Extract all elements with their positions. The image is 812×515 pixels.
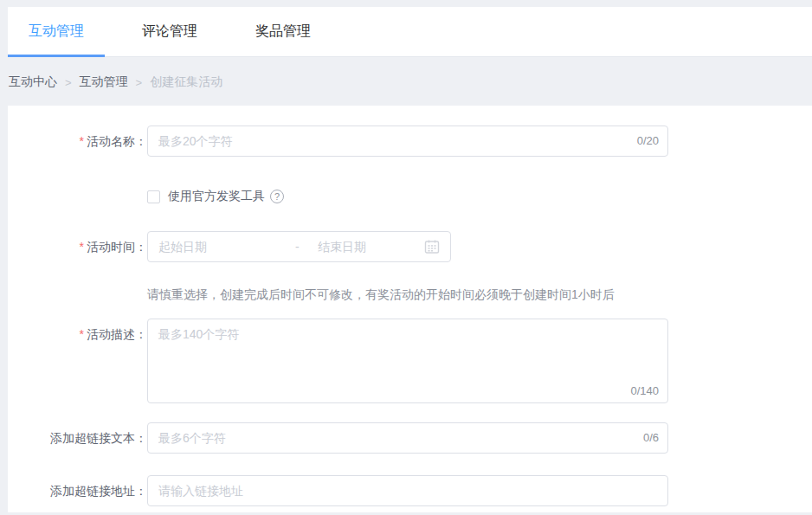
tab-comment-management[interactable]: 评论管理 (121, 7, 218, 56)
hyperlink-url-row: 添加超链接地址： (8, 475, 812, 506)
calendar-icon[interactable] (424, 239, 440, 254)
hyperlink-url-label-text: 添加超链接地址： (50, 484, 147, 498)
activity-time-row: *活动时间： - (8, 231, 812, 262)
activity-time-hint: 请慎重选择，创建完成后时间不可修改，有奖活动的开始时间必须晚于创建时间1小时后 (147, 286, 812, 303)
activity-description-textarea[interactable] (147, 319, 668, 403)
hyperlink-text-input[interactable] (147, 422, 668, 454)
date-range-separator: - (295, 240, 318, 254)
breadcrumb-separator-icon: > (136, 76, 143, 89)
activity-name-label: *活动名称： (8, 126, 147, 157)
hyperlink-text-label-text: 添加超链接文本： (50, 431, 147, 445)
create-activity-form: *活动名称： 0/20 使用官方发奖工具 ? *活动时间： - (8, 106, 812, 512)
breadcrumb-separator-icon: > (65, 76, 72, 89)
required-asterisk: * (80, 134, 84, 148)
official-tool-row: 使用官方发奖工具 ? (147, 188, 812, 205)
activity-name-input[interactable] (147, 126, 668, 157)
required-asterisk: * (80, 240, 84, 254)
breadcrumb-item-interaction-management[interactable]: 互动管理 (80, 74, 128, 90)
tab-prize-management[interactable]: 奖品管理 (235, 7, 332, 56)
date-range-picker[interactable]: - (147, 231, 451, 262)
top-tab-bar: 互动管理 评论管理 奖品管理 (8, 7, 812, 57)
activity-name-row: *活动名称： 0/20 (8, 126, 812, 157)
breadcrumb-item-create-activity: 创建征集活动 (150, 74, 222, 90)
activity-description-label-text: 活动描述： (87, 327, 147, 341)
activity-description-label: *活动描述： (8, 319, 147, 350)
help-question-icon[interactable]: ? (270, 190, 284, 203)
required-asterisk: * (80, 327, 84, 341)
hyperlink-url-input[interactable] (147, 475, 668, 506)
hyperlink-text-row: 添加超链接文本： 0/6 (8, 422, 812, 454)
official-tool-label[interactable]: 使用官方发奖工具 (168, 189, 265, 204)
activity-description-row: *活动描述： 0/140 (8, 319, 812, 403)
end-date-input[interactable] (318, 240, 413, 254)
hyperlink-url-label: 添加超链接地址： (8, 475, 147, 506)
tab-interaction-management[interactable]: 互动管理 (8, 7, 105, 56)
breadcrumb: 互动中心 > 互动管理 > 创建征集活动 (9, 74, 812, 91)
hyperlink-text-label: 添加超链接文本： (8, 422, 147, 454)
official-tool-checkbox[interactable] (147, 190, 160, 203)
activity-name-label-text: 活动名称： (87, 134, 147, 148)
start-date-input[interactable] (158, 240, 295, 254)
breadcrumb-item-interaction-center[interactable]: 互动中心 (9, 74, 57, 90)
activity-time-label: *活动时间： (8, 231, 147, 262)
activity-time-label-text: 活动时间： (87, 240, 147, 254)
